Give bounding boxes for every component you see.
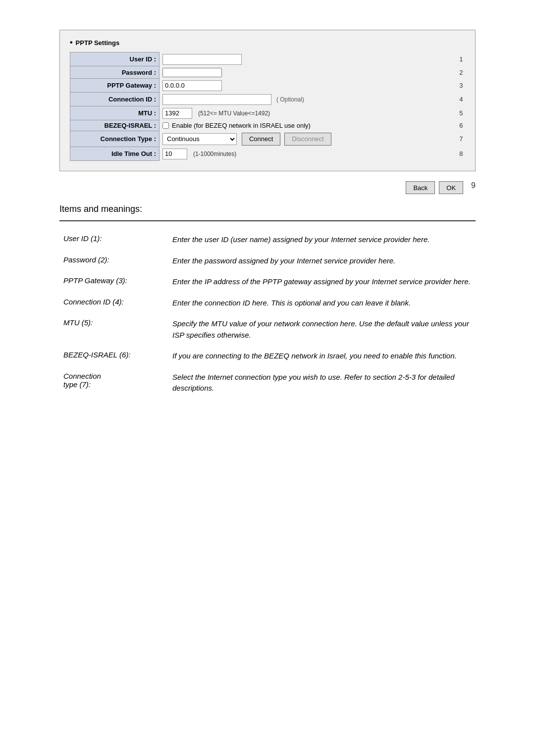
user-id-cell — [160, 52, 455, 66]
pptp-gateway-cell — [160, 79, 455, 93]
item-label-1: User ID (1): — [59, 229, 168, 251]
pptp-settings-panel: PPTP Settings User ID : 1 Password : 2 P… — [59, 30, 476, 171]
list-item: BEZEQ-ISRAEL (6): If you are connecting … — [59, 346, 476, 367]
mtu-input[interactable] — [162, 108, 192, 119]
pptp-gateway-input[interactable] — [162, 80, 222, 91]
items-section: Items and meanings: User ID (1): Enter t… — [59, 204, 476, 399]
disconnect-button[interactable]: Disconnect — [284, 133, 331, 146]
item-label-7: Connection type (7): — [59, 367, 168, 399]
number-3: 3 — [455, 79, 465, 93]
item-desc-3: Enter the IP address of the PPTP gateway… — [168, 271, 476, 293]
mtu-label: MTU : — [70, 106, 160, 120]
item-desc-4: Enter the connection ID here. This is op… — [168, 293, 476, 314]
connection-type-select[interactable]: Continuous Connect on Demand Manual — [162, 133, 237, 145]
ok-button[interactable]: OK — [439, 181, 463, 194]
pptp-gateway-label: PPTP Gateway : — [70, 79, 160, 93]
connection-type-label: Connection Type : — [70, 131, 160, 147]
item-desc-2: Enter the password assigned by your Inte… — [168, 251, 476, 272]
bezeq-label: BEZEQ-ISRAEL : — [70, 120, 160, 131]
idle-timeout-label: Idle Time Out : — [70, 147, 160, 161]
number-5: 5 — [455, 106, 465, 120]
connection-id-input[interactable] — [162, 94, 271, 105]
connection-id-cell: ( Optional) — [160, 93, 455, 106]
list-item: Connection type (7): Select the Internet… — [59, 367, 476, 399]
idle-timeout-hint: (1-1000minutes) — [193, 151, 236, 157]
connection-type-cell: Continuous Connect on Demand Manual Conn… — [160, 131, 455, 147]
item-desc-5: Specify the MTU value of your network co… — [168, 313, 476, 346]
item-desc-6: If you are connecting to the BEZEQ netwo… — [168, 346, 476, 367]
items-heading: Items and meanings: — [59, 204, 476, 214]
list-item: Password (2): Enter the password assigne… — [59, 251, 476, 272]
number-6: 6 — [455, 120, 465, 131]
item-label-5: MTU (5): — [59, 313, 168, 346]
number-1: 1 — [455, 52, 465, 66]
item-label-2: Password (2): — [59, 251, 168, 272]
optional-text: ( Optional) — [276, 96, 304, 103]
password-label: Password : — [70, 66, 160, 79]
list-item: Connection ID (4): Enter the connection … — [59, 293, 476, 314]
connect-button[interactable]: Connect — [242, 133, 280, 146]
password-input[interactable] — [162, 68, 222, 77]
user-id-input[interactable] — [162, 54, 242, 65]
number-9: 9 — [471, 181, 476, 194]
bezeq-checkbox[interactable] — [162, 122, 169, 129]
number-4: 4 — [455, 93, 465, 106]
idle-timeout-input[interactable] — [162, 149, 187, 159]
bezeq-hint-text: Enable (for BEZEQ network in ISRAEL use … — [172, 122, 311, 129]
back-button[interactable]: Back — [406, 181, 435, 194]
list-item: User ID (1): Enter the user ID (user nam… — [59, 229, 476, 251]
list-item: MTU (5): Specify the MTU value of your n… — [59, 313, 476, 346]
item-desc-1: Enter the user ID (user name) assigned b… — [168, 229, 476, 251]
connection-id-label: Connection ID : — [70, 93, 160, 106]
password-cell — [160, 66, 455, 79]
items-table: User ID (1): Enter the user ID (user nam… — [59, 229, 476, 399]
mtu-hint: (512<= MTU Value<=1492) — [198, 110, 270, 117]
bezeq-cell: Enable (for BEZEQ network in ISRAEL use … — [160, 120, 455, 131]
item-desc-7: Select the Internet connection type you … — [168, 367, 476, 399]
number-2: 2 — [455, 66, 465, 79]
pptp-settings-title: PPTP Settings — [70, 38, 465, 47]
number-8: 8 — [455, 147, 465, 161]
mtu-cell: (512<= MTU Value<=1492) — [160, 106, 455, 120]
item-label-4: Connection ID (4): — [59, 293, 168, 314]
form-buttons-row: Back OK 9 — [59, 181, 476, 194]
item-label-3: PPTP Gateway (3): — [59, 271, 168, 293]
section-divider — [59, 220, 476, 221]
form-table: User ID : 1 Password : 2 PPTP Gateway : … — [70, 52, 465, 161]
user-id-label: User ID : — [70, 52, 160, 66]
idle-timeout-cell: (1-1000minutes) — [160, 147, 455, 161]
item-label-6: BEZEQ-ISRAEL (6): — [59, 346, 168, 367]
list-item: PPTP Gateway (3): Enter the IP address o… — [59, 271, 476, 293]
number-7: 7 — [455, 131, 465, 147]
